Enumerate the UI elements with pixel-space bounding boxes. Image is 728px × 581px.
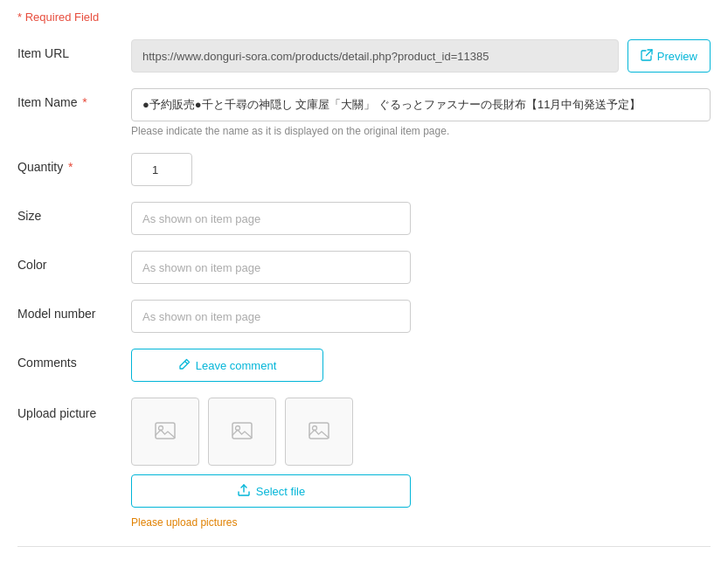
- color-field: [131, 251, 711, 284]
- model-number-field: [131, 300, 711, 333]
- upload-thumbnails: [131, 398, 711, 466]
- edit-icon: [178, 358, 191, 373]
- size-field: [131, 202, 711, 235]
- leave-comment-label: Leave comment: [196, 359, 277, 372]
- quantity-field: [131, 153, 711, 186]
- comments-row: Comments Leave comment: [17, 349, 711, 382]
- image-icon-3: [307, 418, 331, 446]
- upload-picture-label: Upload picture: [17, 398, 131, 420]
- thumbnail-box-2[interactable]: [208, 398, 276, 466]
- svg-rect-4: [309, 423, 329, 439]
- color-input[interactable]: [131, 251, 411, 284]
- item-name-field: Please indicate the name as it is displa…: [131, 88, 711, 137]
- item-url-row: Item URL Preview: [17, 39, 711, 73]
- divider: [17, 546, 711, 547]
- size-label: Size: [17, 202, 131, 223]
- item-name-row: Item Name * Please indicate the name as …: [17, 88, 711, 137]
- thumbnail-box-3[interactable]: [285, 398, 353, 466]
- external-link-icon: [641, 49, 653, 64]
- color-row: Color: [17, 251, 711, 284]
- required-field-label: * Required Field: [17, 10, 711, 24]
- svg-rect-2: [232, 423, 252, 439]
- upload-picture-field: Select file Please upload pictures: [131, 398, 711, 529]
- item-name-required-star: *: [79, 95, 87, 109]
- quantity-input[interactable]: [131, 153, 192, 186]
- size-input[interactable]: [131, 202, 411, 235]
- quantity-required-star: *: [65, 160, 73, 174]
- select-file-label: Select file: [256, 485, 305, 498]
- svg-rect-0: [156, 423, 175, 439]
- quantity-label: Quantity *: [17, 153, 131, 174]
- item-name-label: Item Name *: [17, 88, 131, 109]
- model-number-label: Model number: [17, 300, 131, 321]
- image-icon-2: [230, 418, 254, 446]
- preview-button-label: Preview: [657, 50, 697, 63]
- comments-field: Leave comment: [131, 349, 711, 382]
- item-url-input[interactable]: [131, 39, 619, 73]
- color-label: Color: [17, 251, 131, 272]
- upload-picture-row: Upload picture: [17, 398, 711, 529]
- item-name-hint: Please indicate the name as it is displa…: [131, 125, 711, 137]
- image-icon-1: [153, 418, 177, 446]
- model-number-input[interactable]: [131, 300, 411, 333]
- model-number-row: Model number: [17, 300, 711, 333]
- thumbnail-box-1[interactable]: [131, 398, 199, 466]
- upload-icon: [237, 483, 251, 500]
- upload-section: Select file Please upload pictures: [131, 398, 711, 529]
- upload-hint: Please upload pictures: [131, 516, 711, 529]
- leave-comment-button[interactable]: Leave comment: [131, 349, 323, 382]
- comments-label: Comments: [17, 349, 131, 370]
- size-row: Size: [17, 202, 711, 235]
- quantity-row: Quantity *: [17, 153, 711, 186]
- item-url-field: Preview: [131, 39, 711, 73]
- item-name-input[interactable]: [131, 88, 711, 121]
- preview-button[interactable]: Preview: [627, 39, 711, 73]
- item-url-label: Item URL: [17, 39, 131, 60]
- select-file-button[interactable]: Select file: [131, 474, 411, 508]
